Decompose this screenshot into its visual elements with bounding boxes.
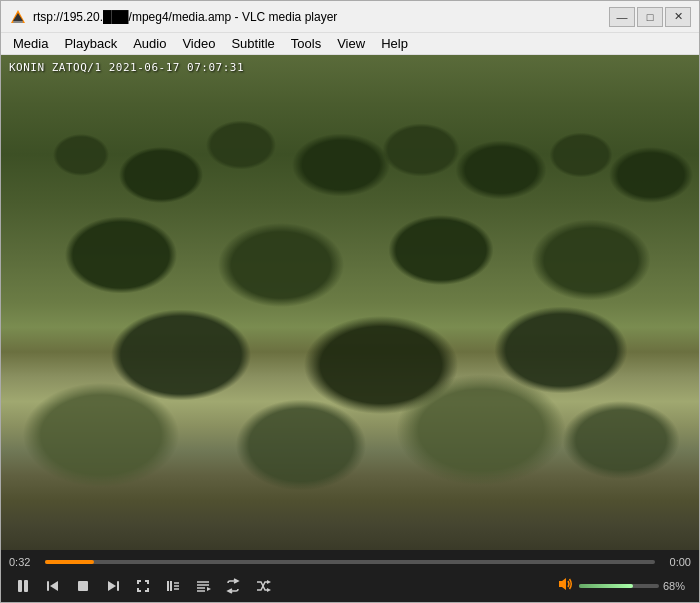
svg-rect-4 <box>24 580 28 592</box>
menu-video[interactable]: Video <box>174 34 223 53</box>
svg-rect-8 <box>117 581 119 591</box>
controls-area: 0:32 0:00 <box>1 550 699 602</box>
stop-button[interactable] <box>69 574 97 598</box>
volume-fill <box>579 584 633 588</box>
video-content: KONIN ZATOQ/1 2021-06-17 07:07:31 <box>1 55 699 550</box>
seekbar-track[interactable] <box>45 560 655 564</box>
shuffle-icon <box>255 578 271 594</box>
seekbar-row: 0:32 0:00 <box>1 554 699 570</box>
next-button[interactable] <box>99 574 127 598</box>
vlc-icon <box>9 8 27 26</box>
menu-audio[interactable]: Audio <box>125 34 174 53</box>
prev-button[interactable] <box>39 574 67 598</box>
menu-playback[interactable]: Playback <box>56 34 125 53</box>
prev-icon <box>45 578 61 594</box>
menu-subtitle[interactable]: Subtitle <box>223 34 282 53</box>
window-title: rtsp://195.20.███/mpeg4/media.amp - VLC … <box>33 10 609 24</box>
menu-view[interactable]: View <box>329 34 373 53</box>
close-button[interactable]: ✕ <box>665 7 691 27</box>
time-total: 0:00 <box>661 556 691 568</box>
titlebar: rtsp://195.20.███/mpeg4/media.amp - VLC … <box>1 1 699 33</box>
video-area[interactable]: KONIN ZATOQ/1 2021-06-17 07:07:31 <box>1 55 699 550</box>
playback-row: 68% <box>1 570 699 602</box>
volume-icon[interactable] <box>557 575 575 597</box>
svg-marker-20 <box>267 580 271 584</box>
svg-marker-9 <box>108 581 116 591</box>
svg-rect-3 <box>18 580 22 592</box>
fullscreen-button[interactable] <box>129 574 157 598</box>
stop-icon <box>75 578 91 594</box>
vlc-window: rtsp://195.20.███/mpeg4/media.amp - VLC … <box>0 0 700 603</box>
seekbar-fill <box>45 560 94 564</box>
video-timestamp: KONIN ZATOQ/1 2021-06-17 07:07:31 <box>9 61 244 74</box>
menu-tools[interactable]: Tools <box>283 34 329 53</box>
video-scene <box>1 55 699 550</box>
fullscreen-icon <box>135 578 151 594</box>
window-controls: — □ ✕ <box>609 7 691 27</box>
time-current: 0:32 <box>9 556 39 568</box>
extended-button[interactable] <box>159 574 187 598</box>
svg-rect-11 <box>170 581 172 591</box>
volume-slider[interactable] <box>579 584 659 588</box>
svg-rect-10 <box>167 581 169 591</box>
svg-marker-6 <box>50 581 58 591</box>
minimize-button[interactable]: — <box>609 7 635 27</box>
pause-button[interactable] <box>9 574 37 598</box>
svg-marker-22 <box>559 578 566 590</box>
svg-rect-5 <box>47 581 49 591</box>
pause-icon <box>15 578 31 594</box>
svg-marker-19 <box>207 587 211 591</box>
svg-rect-7 <box>78 581 88 591</box>
maximize-button[interactable]: □ <box>637 7 663 27</box>
svg-rect-2 <box>13 21 23 23</box>
speaker-icon <box>557 575 575 593</box>
extended-icon <box>165 578 181 594</box>
volume-area: 68% <box>557 575 691 597</box>
menubar: Media Playback Audio Video Subtitle Tool… <box>1 33 699 55</box>
svg-marker-21 <box>267 588 271 592</box>
menu-media[interactable]: Media <box>5 34 56 53</box>
loop-icon <box>225 578 241 594</box>
playlist-icon <box>195 578 211 594</box>
next-icon <box>105 578 121 594</box>
loop-button[interactable] <box>219 574 247 598</box>
shuffle-button[interactable] <box>249 574 277 598</box>
volume-label: 68% <box>663 580 691 592</box>
playlist-button[interactable] <box>189 574 217 598</box>
menu-help[interactable]: Help <box>373 34 416 53</box>
